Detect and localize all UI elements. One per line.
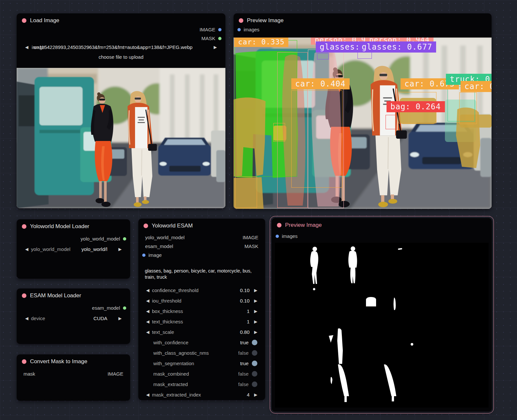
- toggle-widget-with_segmentation[interactable]: with_segmentationtrue: [146, 359, 257, 367]
- output-slot-image[interactable]: IMAGE: [17, 25, 225, 34]
- detection-label: bag: 0.264: [387, 101, 445, 112]
- decrement-arrow-icon[interactable]: ◀: [146, 299, 149, 303]
- combo-widget-box_thickness[interactable]: ◀box_thickness1▶: [146, 307, 257, 315]
- categories-text-field[interactable]: glasses, bag, person, bicycle, car, moto…: [138, 268, 265, 280]
- input-slot-mask[interactable]: mask: [21, 371, 35, 377]
- output-slot-label: yolo_world_model: [81, 236, 120, 241]
- node-graph-canvas[interactable]: Load Image IMAGE MASK ◀ image u=11542289…: [0, 0, 517, 420]
- decrement-arrow-icon[interactable]: ◀: [146, 393, 149, 397]
- decrement-arrow-icon[interactable]: ◀: [146, 288, 149, 292]
- node-yoloworld-model-loader[interactable]: Yoloworld Model Loader yolo_world_model …: [17, 219, 130, 279]
- input-dot-images[interactable]: [237, 28, 241, 31]
- output-dot-image[interactable]: [218, 28, 221, 31]
- node-preview-image-detections[interactable]: Preview Image images: [234, 13, 492, 209]
- node-status-dot: [22, 359, 26, 364]
- output-dot-mask[interactable]: [218, 37, 221, 40]
- combo-widget-text_scale[interactable]: ◀text_scale0.80▶: [146, 328, 257, 336]
- increment-arrow-icon[interactable]: ▶: [254, 299, 257, 303]
- node-load-image-title[interactable]: Load Image: [17, 13, 225, 25]
- increment-arrow-icon[interactable]: ▶: [254, 319, 257, 324]
- detection-label: car: 0.404: [291, 78, 350, 89]
- next-file-arrow-icon[interactable]: ▶: [214, 45, 217, 49]
- input-slot-image[interactable]: image: [138, 251, 265, 259]
- increment-arrow-icon[interactable]: ▶: [254, 309, 257, 313]
- output-slot-esam-model[interactable]: esam_model: [17, 303, 130, 312]
- input-slot-esam-model[interactable]: esam_model: [142, 243, 173, 249]
- input-slot-label: esam_model: [145, 243, 173, 249]
- increment-arrow-icon[interactable]: ▶: [254, 288, 257, 292]
- combo-widget-iou_threshold[interactable]: ◀iou_threshold0.10▶: [146, 296, 257, 305]
- node-status-dot: [239, 18, 243, 23]
- prev-option-arrow-icon[interactable]: ◀: [25, 316, 28, 320]
- mask-silhouette-foot-right: [392, 396, 394, 401]
- toggle-knob[interactable]: [252, 361, 257, 366]
- node-title[interactable]: Convert Mask to Image: [17, 354, 130, 366]
- mask-silhouette-person2-head: [351, 246, 355, 251]
- node-convert-mask-to-image[interactable]: Convert Mask to Image mask IMAGE: [17, 354, 130, 401]
- node-title[interactable]: ESAM Model Loader: [17, 288, 130, 300]
- widget-label: with_confidence: [153, 340, 189, 345]
- toggle-knob[interactable]: [252, 340, 257, 345]
- street-photo: [17, 68, 225, 208]
- widget-label: mask_extracted_index: [152, 392, 201, 397]
- mask-silhouette-person1-head: [312, 247, 317, 251]
- node-title[interactable]: Yoloworld ESAM: [138, 219, 265, 230]
- output-slot-image[interactable]: IMAGE: [243, 235, 261, 240]
- decrement-arrow-icon[interactable]: ◀: [146, 309, 149, 313]
- output-dot-yolo-world-model[interactable]: [123, 237, 126, 241]
- device-combo[interactable]: ◀ device CUDA ▶: [17, 314, 130, 323]
- increment-arrow-icon[interactable]: ▶: [254, 330, 257, 334]
- combo-widget-text_thickness[interactable]: ◀text_thickness1▶: [146, 317, 257, 326]
- input-dot-image[interactable]: [142, 254, 145, 257]
- node-preview-image-mask[interactable]: Preview Image images: [272, 218, 492, 412]
- output-slot-mask[interactable]: MASK: [17, 34, 225, 43]
- image-file-combo[interactable]: ◀ image u=1154228993,2450352963&fm=253&f…: [17, 43, 225, 53]
- detection-preview-image: car: 0.335person: 0.941person: 0.944glas…: [234, 38, 492, 209]
- output-dot-esam-model[interactable]: [123, 306, 126, 310]
- input-dot-images[interactable]: [276, 235, 279, 238]
- toggle-widget-mask_combined[interactable]: mask_combinedfalse: [146, 369, 257, 378]
- input-slot-label: yolo_world_model: [145, 235, 185, 240]
- esam-widget-list: ◀confidence_threshold0.10▶◀iou_threshold…: [138, 286, 265, 401]
- combo-widget-mask_extracted_index[interactable]: ◀mask_extracted_index4▶: [146, 390, 257, 399]
- detection-overlay-layer: car: 0.335person: 0.941person: 0.944glas…: [234, 38, 492, 209]
- toggle-widget-mask_extracted[interactable]: mask_extractedfalse: [146, 380, 257, 388]
- input-slot-images[interactable]: images: [272, 232, 492, 241]
- combo-label: yolo_world_model: [31, 246, 70, 252]
- toggle-knob[interactable]: [252, 381, 257, 387]
- output-slot-mask[interactable]: MASK: [244, 243, 261, 249]
- widget-label: with_segmentation: [153, 361, 194, 366]
- output-slot-yolo-world-model[interactable]: yolo_world_model: [17, 234, 130, 243]
- prev-file-arrow-icon[interactable]: ◀: [25, 45, 28, 49]
- prev-option-arrow-icon[interactable]: ◀: [25, 247, 28, 251]
- node-load-image[interactable]: Load Image IMAGE MASK ◀ image u=11542289…: [17, 13, 225, 208]
- node-preview-title[interactable]: Preview Image: [272, 218, 492, 230]
- yolo-world-model-combo[interactable]: ◀ yolo_world_model yolo_world/l ▶: [17, 244, 130, 254]
- toggle-knob[interactable]: [252, 371, 257, 377]
- toggle-knob[interactable]: [252, 350, 257, 356]
- input-slot-label: images: [244, 27, 259, 32]
- output-slot-image[interactable]: IMAGE: [108, 371, 126, 377]
- node-esam-model-loader[interactable]: ESAM Model Loader esam_model ◀ device CU…: [17, 288, 130, 344]
- node-title[interactable]: Yoloworld Model Loader: [17, 219, 130, 231]
- toggle-widget-with_class_agnostic_nms[interactable]: with_class_agnostic_nmsfalse: [146, 349, 257, 357]
- widget-label: mask_combined: [153, 371, 189, 377]
- node-yoloworld-esam[interactable]: Yoloworld ESAM yolo_world_model IMAGE es…: [138, 219, 265, 400]
- next-option-arrow-icon[interactable]: ▶: [118, 316, 122, 320]
- combo-widget-confidence_threshold[interactable]: ◀confidence_threshold0.10▶: [146, 286, 257, 294]
- input-slot-yolo-world-model[interactable]: yolo_world_model: [142, 235, 185, 240]
- next-option-arrow-icon[interactable]: ▶: [118, 247, 122, 251]
- loaded-image-preview: [17, 68, 225, 208]
- node-preview-title[interactable]: Preview Image: [234, 13, 492, 25]
- node-title-text: ESAM Model Loader: [30, 292, 81, 299]
- decrement-arrow-icon[interactable]: ◀: [146, 319, 149, 324]
- toggle-widget-with_confidence[interactable]: with_confidencetrue: [146, 338, 257, 347]
- widget-value: false: [238, 371, 249, 377]
- widget-label: box_thickness: [152, 308, 183, 314]
- input-slot-images[interactable]: images: [234, 25, 492, 34]
- widget-value: false: [238, 381, 249, 387]
- input-slot-label: mask: [23, 371, 35, 377]
- choose-file-button[interactable]: choose file to upload: [17, 53, 225, 62]
- decrement-arrow-icon[interactable]: ◀: [146, 330, 149, 334]
- increment-arrow-icon[interactable]: ▶: [254, 393, 257, 397]
